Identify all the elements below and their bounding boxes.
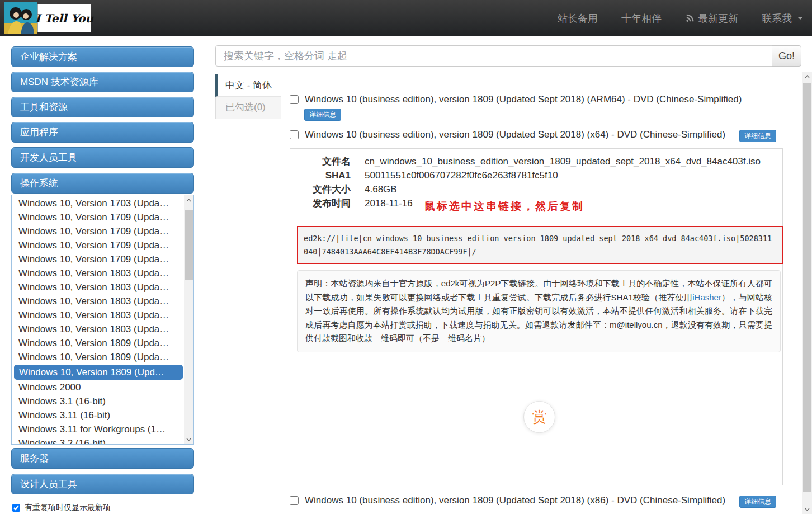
list-item[interactable]: Windows 10, Version 1709 (Upda… [12,252,184,266]
search-go-button[interactable]: Go! [772,45,801,67]
top-navbar: I Tell You 站长备用 十年相伴 最新更新 联系我 [0,0,812,36]
field-value: 4.68GB [365,182,397,196]
field-label: 文件名 [298,154,351,168]
nav-link-updates[interactable]: 最新更新 [685,12,738,25]
tab-chinese-simplified[interactable]: 中文 - 简体 [215,74,281,97]
tab-checked-items[interactable]: 已勾选(0) [215,97,281,119]
list-item[interactable]: Windows 2000 [12,380,184,394]
nav-link-contact[interactable]: 联系我 [762,12,803,25]
navbar-links: 站长备用 十年相伴 最新更新 联系我 [558,0,803,36]
search-input[interactable] [215,45,772,67]
list-item-selected[interactable]: Windows 10, Version 1809 (Upd… [14,365,183,380]
brand-title: I Tell You [35,12,93,25]
dedupe-filter: 有重复项时仅显示最新项 [12,503,111,513]
dedupe-filter-label: 有重复项时仅显示最新项 [25,503,111,513]
scrollbar-thumb[interactable] [185,210,193,280]
scroll-up-icon[interactable] [184,195,193,205]
nav-link-anniversary[interactable]: 十年相伴 [621,12,662,25]
result-title: Windows 10 (business edition), version 1… [305,129,725,140]
list-item[interactable]: Windows 10, Version 1803 (Upda… [12,280,184,294]
result-checkbox[interactable] [290,130,299,139]
result-checkbox[interactable] [290,95,299,104]
nav-link-backup[interactable]: 站长备用 [558,12,598,25]
field-filename: 文件名 cn_windows_10_business_edition_versi… [298,154,761,168]
field-value: 2018-11-16 [365,196,413,210]
os-list-scrollbar[interactable] [184,195,193,444]
result-title: Windows 10 (business edition), version 1… [305,94,742,105]
brand[interactable]: I Tell You [4,2,91,34]
result-row-x64: Windows 10 (business edition), version 1… [290,129,793,140]
disclaimer-box: 声明：本站资源均来自于官方原版，ed2k可视为P2P下载链接。由于网络环境和下载… [297,270,781,352]
brand-logo-image [4,2,37,34]
sidebar-item-msdn[interactable]: MSDN 技术资源库 [11,72,194,92]
list-item[interactable]: Windows 3.1 (16-bit) [12,394,184,408]
list-item[interactable]: Windows 3.2 (16-bit) [12,436,184,445]
list-item[interactable]: Windows 3.11 (16-bit) [12,408,184,422]
sidebar-item-apps[interactable]: 应用程序 [11,122,194,143]
detail-info-button[interactable]: 详细信息 [739,130,776,142]
ed2k-link-box[interactable]: ed2k://|file|cn_windows_10_business_edit… [297,226,783,264]
scroll-up-icon[interactable] [802,72,812,81]
detail-info-button[interactable]: 详细信息 [739,496,776,508]
nav-link-contact-label: 联系我 [762,12,792,25]
list-item[interactable]: Windows 10, Version 1803 (Upda… [12,266,184,280]
list-item[interactable]: Windows 10, Version 1809 (Upda… [12,350,184,364]
copy-hint-annotation: 鼠标选中这串链接，然后复制 [424,199,584,214]
detail-panel: 文件名 cn_windows_10_business_edition_versi… [290,148,783,485]
chevron-down-icon [797,17,803,20]
rss-icon [685,13,695,23]
nav-link-updates-label: 最新更新 [698,12,738,25]
list-item[interactable]: Windows 10, Version 1703 (Upda… [12,196,184,210]
list-item[interactable]: Windows 10, Version 1803 (Upda… [12,322,184,336]
list-item[interactable]: Windows 3.11 for Workgroups (1… [12,422,184,436]
field-value: 50011551c0f006707282f0fc6e263f8781fc5f10 [365,168,558,182]
result-row-x86: Windows 10 (business edition), version 1… [290,495,793,506]
sidebar-item-tools[interactable]: 工具和资源 [11,97,194,117]
list-item[interactable]: Windows 10, Version 1809 (Upda… [12,336,184,350]
os-version-list: Windows 10, Version 1703 (Upda… Windows … [11,195,194,445]
sidebar-item-os[interactable]: 操作系统 [11,173,194,194]
result-row-arm64: Windows 10 (business edition), version 1… [290,94,793,105]
page: I Tell You 站长备用 十年相伴 最新更新 联系我 [0,0,812,514]
list-item[interactable]: Windows 10, Version 1709 (Upda… [12,224,184,238]
list-item[interactable]: Windows 10, Version 1709 (Upda… [12,210,184,224]
detail-info-button[interactable]: 详细信息 [304,109,341,121]
sidebar-item-designtools[interactable]: 设计人员工具 [11,474,194,494]
nav-link-anniversary-label: 十年相伴 [621,12,662,25]
field-label: 发布时间 [298,196,351,210]
field-value: cn_windows_10_business_edition_version_1… [365,154,761,168]
dedupe-filter-checkbox[interactable] [12,504,20,512]
field-label: 文件大小 [298,182,351,196]
field-sha1: SHA1 50011551c0f006707282f0fc6e263f8781f… [298,168,761,182]
scrollbar-thumb[interactable] [803,83,811,492]
scroll-down-icon[interactable] [184,435,193,444]
sidebar-item-servers[interactable]: 服务器 [11,448,194,469]
field-label: SHA1 [298,168,351,182]
os-version-items: Windows 10, Version 1703 (Upda… Windows … [12,196,184,445]
ihasher-link[interactable]: iHasher [692,293,721,302]
sidebar-item-enterprise[interactable]: 企业解决方案 [11,46,194,67]
brand-text-box: I Tell You [37,4,91,32]
result-checkbox[interactable] [290,496,299,505]
result-title: Windows 10 (business edition), version 1… [305,495,725,506]
scroll-down-icon[interactable] [802,504,812,514]
list-item[interactable]: Windows 10, Version 1709 (Upda… [12,238,184,252]
reward-button[interactable]: 赏 [523,401,555,433]
list-item[interactable]: Windows 10, Version 1803 (Upda… [12,294,184,308]
field-filesize: 文件大小 4.68GB [298,182,761,196]
list-item[interactable]: Windows 10, Version 1803 (Upda… [12,308,184,322]
nav-link-backup-label: 站长备用 [558,12,598,25]
page-scrollbar[interactable] [802,72,812,514]
sidebar-item-devtools[interactable]: 开发人员工具 [11,147,194,168]
